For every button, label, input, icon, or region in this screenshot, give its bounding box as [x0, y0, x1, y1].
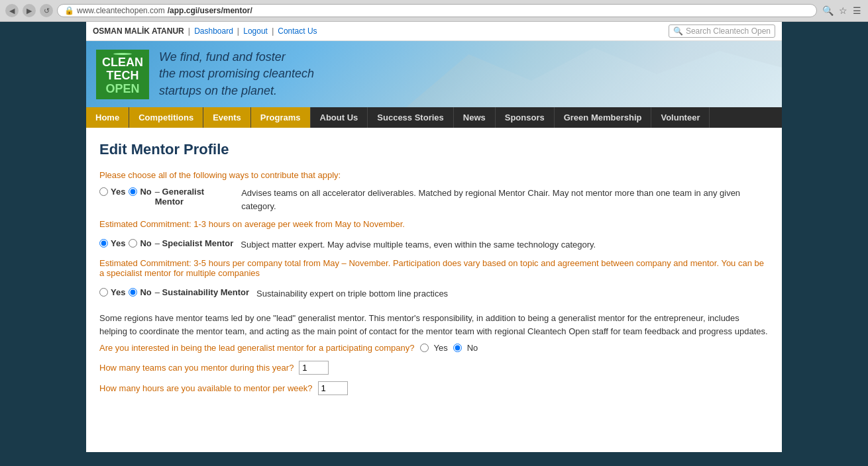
dashboard-link[interactable]: Dashboard [194, 26, 233, 36]
forward-button[interactable]: ▶ [23, 4, 36, 17]
tagline-line2: the most promising cleantech [159, 66, 314, 82]
user-nav: OSMAN MALİK ATANUR | Dashboard | Logout … [93, 26, 317, 36]
nav-about-us[interactable]: About Us [311, 107, 368, 128]
url-path: /app.cgi/users/mentor/ [168, 6, 252, 15]
url-prefix: www.cleantechopen.com [77, 6, 165, 15]
lead-mentor-question: Are you interested in being the lead gen… [99, 343, 415, 353]
teams-question-row: How many teams can you mentor during thi… [99, 361, 769, 375]
generalist-yes-label: Yes [111, 187, 125, 197]
specialist-mentor-section: Yes No – Specialist Mentor Subject matte… [99, 238, 769, 278]
sustainability-yes-label: Yes [111, 287, 125, 297]
generalist-no-label: No [140, 187, 151, 197]
sustainability-no-group: No [129, 287, 151, 297]
sustainability-yes-group: Yes [99, 287, 125, 297]
nav-green-membership[interactable]: Green Membership [555, 107, 652, 128]
nav-sponsors[interactable]: Sponsors [496, 107, 555, 128]
specialist-yes-radio[interactable] [99, 239, 108, 248]
mountain-background [364, 41, 782, 107]
logo-text: CLEAN TECH OPEN [102, 56, 143, 95]
hours-input[interactable] [318, 381, 348, 395]
sustainability-yes-radio[interactable] [99, 288, 108, 297]
logo-sun [113, 53, 132, 56]
specialist-mentor-description: Subject matter expert. May advise multip… [241, 238, 596, 252]
lead-mentor-section: Some regions have mentor teams led by on… [99, 312, 769, 353]
search-icon: 🔍 [673, 26, 683, 36]
logo-clean: CLEAN [102, 56, 143, 70]
lead-mentor-no-label: No [467, 343, 478, 353]
nav-events[interactable]: Events [203, 107, 251, 128]
search-box[interactable]: 🔍 Search Cleantech Open [669, 24, 775, 38]
nav-news[interactable]: News [454, 107, 496, 128]
teams-question-label: How many teams can you mentor during thi… [99, 363, 294, 373]
zoom-icon[interactable]: 🔍 [821, 4, 835, 17]
logo-container: CLEAN TECH OPEN We find, fund and foster… [96, 49, 314, 99]
contact-link[interactable]: Contact Us [278, 26, 317, 36]
lead-mentor-description: Some regions have mentor teams led by on… [99, 312, 769, 338]
page-wrapper: OSMAN MALİK ATANUR | Dashboard | Logout … [86, 22, 782, 452]
browser-chrome: ◀ ▶ ↺ 🔒 www.cleantechopen.com/app.cgi/us… [0, 0, 868, 22]
page-title: Edit Mentor Profile [99, 141, 769, 158]
specialist-mentor-row: Yes No – Specialist Mentor Subject matte… [99, 238, 769, 256]
nav-success-stories[interactable]: Success Stories [368, 107, 453, 128]
sustainability-no-radio[interactable] [129, 288, 137, 297]
logo-box[interactable]: CLEAN TECH OPEN [96, 50, 149, 99]
hours-question-row: How many hours are you available to ment… [99, 381, 769, 395]
generalist-mentor-label: – Generalist Mentor [155, 187, 234, 207]
specialist-mentor-label: – Specialist Mentor [155, 238, 233, 248]
hours-question-label: How many hours are you available to ment… [99, 383, 313, 393]
generalist-no-radio[interactable] [129, 187, 137, 196]
nav-programs[interactable]: Programs [251, 107, 311, 128]
back-button[interactable]: ◀ [5, 4, 19, 17]
address-bar[interactable]: 🔒 www.cleantechopen.com/app.cgi/users/me… [57, 4, 817, 17]
specialist-yes-label: Yes [111, 238, 125, 248]
specialist-yes-group: Yes [99, 238, 125, 248]
generalist-mentor-row: Yes No – Generalist Mentor Advises teams… [99, 187, 769, 216]
main-content: Edit Mentor Profile Please choose all of… [86, 128, 782, 422]
teams-input[interactable] [299, 361, 329, 375]
search-placeholder: Search Cleantech Open [686, 26, 771, 36]
generalist-no-group: No [129, 187, 151, 197]
top-bar: OSMAN MALİK ATANUR | Dashboard | Logout … [86, 22, 782, 41]
lead-mentor-question-row: Are you interested in being the lead gen… [99, 343, 769, 353]
lead-mentor-no-radio[interactable] [453, 344, 462, 352]
sustainability-mentor-label: – Sustainability Mentor [155, 287, 249, 297]
refresh-button[interactable]: ↺ [40, 4, 53, 17]
specialist-no-group: No [129, 238, 151, 248]
tagline: We find, fund and foster the most promis… [159, 49, 314, 99]
nav-competitions[interactable]: Competitions [129, 107, 203, 128]
lead-mentor-yes-radio[interactable] [420, 344, 429, 352]
menu-icon[interactable]: ☰ [851, 4, 863, 17]
logo-open: OPEN [102, 83, 143, 96]
lead-mentor-yes-label: Yes [434, 343, 448, 353]
tagline-line1: We find, fund and foster [159, 49, 314, 66]
sustainability-no-label: No [140, 287, 151, 297]
generalist-yes-radio[interactable] [99, 187, 108, 196]
generalist-commitment: Estimated Commitment: 1-3 hours on avera… [99, 219, 769, 229]
logout-link[interactable]: Logout [243, 26, 268, 36]
generalist-yes-group: Yes [99, 187, 125, 197]
star-icon[interactable]: ☆ [838, 4, 849, 17]
nav-home[interactable]: Home [86, 107, 129, 128]
generalist-mentor-section: Yes No – Generalist Mentor Advises teams… [99, 187, 769, 229]
logo-tech: TECH [102, 70, 143, 83]
sustainability-mentor-description: Sustainability expert on triple bottom l… [256, 287, 448, 301]
username: OSMAN MALİK ATANUR [93, 26, 184, 36]
instruction-text: Please choose all of the following ways … [99, 170, 769, 180]
generalist-mentor-description: Advises teams on all accelerator deliver… [241, 187, 769, 212]
sustainability-mentor-section: Yes No – Sustainability Mentor Sustainab… [99, 287, 769, 304]
browser-actions: 🔍 ☆ ☰ [821, 4, 863, 17]
specialist-no-label: No [140, 238, 151, 248]
header-banner: CLEAN TECH OPEN We find, fund and foster… [86, 41, 782, 107]
tagline-line3: startups on the planet. [159, 83, 314, 99]
specialist-no-radio[interactable] [129, 239, 137, 248]
sustainability-mentor-row: Yes No – Sustainability Mentor Sustainab… [99, 287, 769, 304]
specialist-commitment: Estimated Commitment: 3-5 hours per comp… [99, 258, 769, 278]
nav-volunteer[interactable]: Volunteer [651, 107, 710, 128]
nav-bar: Home Competitions Events Programs About … [86, 107, 782, 128]
